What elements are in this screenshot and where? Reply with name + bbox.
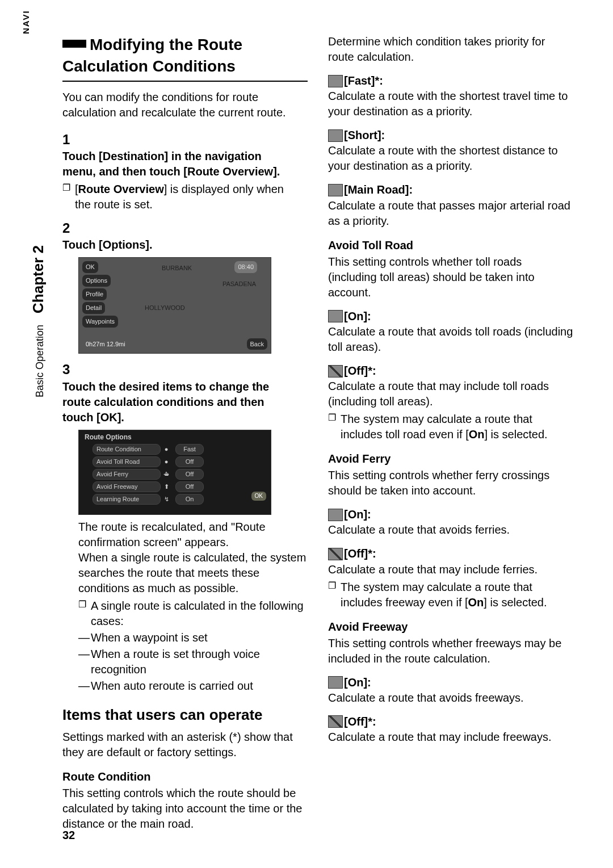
freeway-off-icon xyxy=(328,715,343,728)
ss-back: Back xyxy=(247,338,267,350)
opt-label: [Off]*: xyxy=(344,548,376,560)
ss2-row: Avoid Freeway⬆Off xyxy=(93,481,263,492)
opt-body: Calculate a route that may include ferri… xyxy=(328,562,573,577)
opt-body: Calculate a route that avoids ferries. xyxy=(328,522,573,538)
toll-off-icon xyxy=(328,365,343,378)
side-tab-section: Basic Operation xyxy=(34,325,45,397)
dash-item: When auto reroute is carried out xyxy=(78,678,308,694)
map-screenshot: OK Options Profile Detail Waypoints 08:4… xyxy=(78,257,271,354)
ss2-row: Learning Route↯On xyxy=(93,494,263,505)
ss-detail: Detail xyxy=(82,302,105,314)
main-road-icon xyxy=(328,184,343,196)
ss-loc3: HOLLYWOOD xyxy=(141,302,188,314)
dash-item: When a waypoint is set xyxy=(78,630,308,645)
options-screenshot: Route Options Route Condition●Fast Avoid… xyxy=(78,430,271,515)
ss-bottom: 0h27m 12.9mi xyxy=(82,338,129,350)
ss-options: Options xyxy=(82,275,111,287)
subheading-desc: Settings marked with an asterisk (*) sho… xyxy=(62,729,308,760)
toll-on-icon xyxy=(328,310,343,322)
ss2-title: Route Options xyxy=(85,433,132,442)
opt-body: Calculate a route with the shortest trav… xyxy=(328,89,573,119)
intro-text: You can modify the conditions for route … xyxy=(62,90,308,120)
opt-label: [On]: xyxy=(344,508,371,521)
param-body: This setting controls whether ferry cros… xyxy=(328,468,573,498)
left-column: Modifying the Route Calculation Conditio… xyxy=(62,34,308,832)
ss-time: 08:40 xyxy=(234,261,257,273)
opt-body: Calculate a route that avoids freeways. xyxy=(328,690,573,706)
param-head: Avoid Toll Road xyxy=(328,238,573,253)
opt-body: Calculate a route that may include toll … xyxy=(328,379,573,409)
step-head: Touch the desired items to change the ro… xyxy=(62,380,269,423)
opt-label: [Off]*: xyxy=(344,364,376,377)
right-column: Determine which condition takes priority… xyxy=(328,34,573,832)
heading-leadbar xyxy=(62,40,86,48)
fast-icon xyxy=(328,75,343,87)
after-shot-text: The route is recalculated, and "Route co… xyxy=(78,519,308,596)
param-body: This setting controls whether toll roads… xyxy=(328,254,573,300)
opt-body: Calculate a route that may include freew… xyxy=(328,729,573,745)
opt-label: [On]: xyxy=(344,310,371,322)
step-number: 2 xyxy=(62,219,78,237)
param-body: This setting controls which the route sh… xyxy=(62,786,308,832)
ss2-row: Avoid Ferry⛴Off xyxy=(93,469,263,480)
ss-profile: Profile xyxy=(82,288,107,300)
param-head: Route Condition xyxy=(62,769,308,785)
ss2-row: Avoid Toll Road●Off xyxy=(93,456,263,467)
param-head: Avoid Freeway xyxy=(328,619,573,635)
freeway-on-icon xyxy=(328,676,343,689)
ss-loc2: PASADENA xyxy=(219,278,259,290)
step-head: Touch [Destination] in the navigation me… xyxy=(62,150,280,178)
side-tab-navi: NAVI xyxy=(20,10,32,34)
ss2-ok: OK xyxy=(251,492,266,501)
ss-waypoints: Waypoints xyxy=(82,316,118,328)
opt-label: [Short]: xyxy=(344,129,385,141)
opt-label: [Fast]*: xyxy=(344,74,383,87)
ss-loc1: BURBANK xyxy=(158,262,195,274)
heading-main: Modifying the Route Calculation Conditio… xyxy=(62,34,308,82)
opt-body: Calculate a route that avoids toll roads… xyxy=(328,324,573,355)
opt-body: Calculate a route that passes major arte… xyxy=(328,198,573,229)
opt-note: The system may calculate a route that in… xyxy=(328,580,573,610)
opt-label: [On]: xyxy=(344,676,371,689)
ferry-on-icon xyxy=(328,509,343,521)
ss-ok: OK xyxy=(82,261,98,273)
ss2-row: Route Condition●Fast xyxy=(93,444,263,455)
step-note: A single route is calculated in the foll… xyxy=(78,598,308,629)
short-icon xyxy=(328,129,343,142)
ferry-off-icon xyxy=(328,548,343,560)
opt-label: [Off]*: xyxy=(344,715,376,728)
step-note: [Route Overview] is displayed only when … xyxy=(62,182,289,212)
dash-item: When a route is set through voice recogn… xyxy=(78,647,308,677)
step-number: 3 xyxy=(62,360,78,379)
side-tab-chapter-label: Chapter 2 xyxy=(30,245,47,313)
step-head: Touch [Options]. xyxy=(62,238,153,251)
opt-body: Calculate a route with the shortest dist… xyxy=(328,143,573,174)
page-number: 32 xyxy=(62,828,75,843)
opt-note: The system may calculate a route that in… xyxy=(328,412,573,442)
step-number: 1 xyxy=(62,131,78,149)
param-head: Avoid Ferry xyxy=(328,451,573,467)
lead-text: Determine which condition takes priority… xyxy=(328,34,573,65)
side-tab-chapter: Basic Operation Chapter 2 xyxy=(28,245,48,397)
param-body: This setting controls whether freeways m… xyxy=(328,636,573,666)
opt-label: [Main Road]: xyxy=(344,184,413,196)
subheading: Items that users can operate xyxy=(62,705,308,725)
